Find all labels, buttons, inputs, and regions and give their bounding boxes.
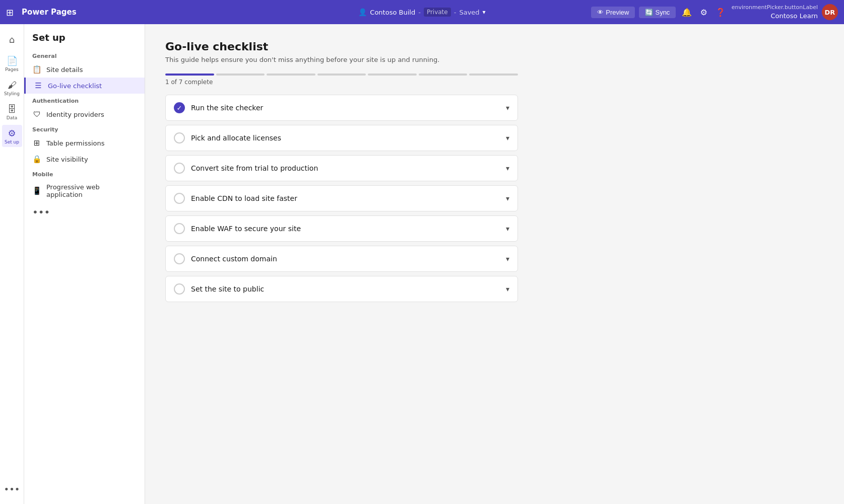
progress-label: 1 of 7 complete bbox=[165, 79, 824, 86]
styling-label: Styling bbox=[4, 91, 20, 96]
avatar[interactable]: DR bbox=[822, 4, 838, 20]
settings-icon[interactable]: ⚙ bbox=[698, 6, 709, 19]
sidebar-icon-pages[interactable]: 📄 Pages bbox=[2, 52, 22, 75]
section-label-mobile: Mobile bbox=[24, 167, 145, 180]
check-circle-set-public bbox=[174, 283, 185, 295]
table-permissions-icon: ⊞ bbox=[32, 138, 41, 148]
check-circle-run-site-checker: ✓ bbox=[174, 102, 185, 113]
checklist-label-enable-waf: Enable WAF to secure your site bbox=[191, 225, 301, 233]
sidebar-item-identity-providers[interactable]: 🛡 Identity providers bbox=[24, 106, 145, 122]
sidebar-icon-setup[interactable]: ⚙ Set up bbox=[2, 125, 22, 147]
sidebar-item-table-permissions-label: Table permissions bbox=[46, 139, 105, 147]
sidebar-item-site-details[interactable]: 📋 Site details bbox=[24, 61, 145, 78]
progress-seg-1 bbox=[165, 74, 214, 76]
section-label-general: General bbox=[24, 49, 145, 61]
env-name: Contoso Learn bbox=[770, 12, 818, 20]
sidebar-item-identity-label: Identity providers bbox=[46, 111, 104, 118]
icon-sidebar: ⌂ 📄 Pages 🖌 Styling 🗄 Data ⚙ Set up ••• bbox=[0, 24, 24, 504]
sidebar-icon-styling[interactable]: 🖌 Styling bbox=[2, 77, 22, 99]
chevron-pick-licenses: ▾ bbox=[506, 134, 509, 142]
checklist-label-custom-domain: Connect custom domain bbox=[191, 255, 277, 263]
progress-seg-3 bbox=[267, 74, 315, 76]
env-info[interactable]: environmentPicker.buttonLabel Contoso Le… bbox=[732, 4, 818, 20]
sidebar-more-button[interactable]: ••• bbox=[24, 202, 145, 222]
chevron-enable-waf: ▾ bbox=[506, 225, 509, 233]
pages-icon: 📄 bbox=[7, 55, 18, 66]
checklist-label-enable-cdn: Enable CDN to load site faster bbox=[191, 194, 297, 202]
checklist-label-set-public: Set the site to public bbox=[191, 285, 264, 293]
checklist-item-pick-licenses[interactable]: Pick and allocate licenses ▾ bbox=[165, 125, 518, 151]
data-label: Data bbox=[7, 115, 18, 120]
progress-seg-5 bbox=[368, 74, 417, 76]
styling-icon: 🖌 bbox=[8, 80, 17, 90]
pages-label: Pages bbox=[5, 67, 18, 72]
more-icon: ••• bbox=[4, 484, 20, 494]
check-circle-pick-licenses bbox=[174, 132, 185, 143]
pwa-icon: 📱 bbox=[32, 186, 41, 195]
checklist-item-set-public[interactable]: Set the site to public ▾ bbox=[165, 276, 518, 302]
sidebar-icon-home[interactable]: ⌂ bbox=[2, 28, 22, 50]
section-label-authentication: Authentication bbox=[24, 94, 145, 106]
preview-button[interactable]: 👁 Preview bbox=[591, 7, 635, 18]
sidebar-item-go-live-checklist[interactable]: ☰ Go-live checklist bbox=[24, 78, 145, 94]
app-name: Power Pages bbox=[22, 8, 77, 17]
site-visibility-icon: 🔒 bbox=[32, 155, 41, 164]
nav-sidebar: Set up General 📋 Site details ☰ Go-live … bbox=[24, 24, 145, 504]
page-title: Go-live checklist bbox=[165, 40, 824, 53]
site-saved-status: Saved bbox=[459, 9, 479, 16]
checklist-item-enable-waf[interactable]: Enable WAF to secure your site ▾ bbox=[165, 215, 518, 242]
help-icon[interactable]: ❓ bbox=[713, 6, 728, 19]
sidebar-icon-data[interactable]: 🗄 Data bbox=[2, 101, 22, 123]
setup-icon: ⚙ bbox=[8, 128, 16, 138]
identity-icon: 🛡 bbox=[32, 110, 41, 119]
sidebar-item-site-visibility[interactable]: 🔒 Site visibility bbox=[24, 151, 145, 167]
sync-button[interactable]: 🔄 Sync bbox=[639, 7, 676, 18]
checklist-item-custom-domain[interactable]: Connect custom domain ▾ bbox=[165, 246, 518, 272]
chevron-set-public: ▾ bbox=[506, 285, 509, 293]
site-name: Contoso Build bbox=[370, 9, 415, 16]
checklist-item-run-site-checker[interactable]: ✓ Run the site checker ▾ bbox=[165, 95, 518, 121]
check-circle-convert-trial bbox=[174, 163, 185, 174]
sidebar-icon-more[interactable]: ••• bbox=[2, 478, 22, 500]
env-label: environmentPicker.buttonLabel bbox=[732, 4, 818, 11]
progress-seg-7 bbox=[469, 74, 518, 76]
sidebar-item-table-permissions[interactable]: ⊞ Table permissions bbox=[24, 135, 145, 151]
progress-seg-6 bbox=[419, 74, 468, 76]
sidebar-item-site-visibility-label: Site visibility bbox=[46, 156, 88, 163]
check-circle-enable-cdn bbox=[174, 193, 185, 204]
waffle-icon[interactable]: ⊞ bbox=[6, 7, 14, 18]
main-content: Go-live checklist This guide helps ensur… bbox=[145, 24, 844, 504]
checklist-label-run-site-checker: Run the site checker bbox=[191, 104, 263, 112]
chevron-convert-trial: ▾ bbox=[506, 164, 509, 172]
checklist-label-pick-licenses: Pick and allocate licenses bbox=[191, 134, 281, 142]
sidebar-item-pwa[interactable]: 📱 Progressive web application bbox=[24, 180, 145, 202]
topbar: ⊞ Power Pages 👤 Contoso Build - Private … bbox=[0, 0, 844, 24]
preview-icon: 👁 bbox=[597, 9, 604, 16]
section-label-security: Security bbox=[24, 122, 145, 135]
sync-icon: 🔄 bbox=[645, 9, 653, 16]
progress-seg-2 bbox=[216, 74, 265, 76]
checklist: ✓ Run the site checker ▾ Pick and alloca… bbox=[165, 95, 518, 302]
main-layout: ⌂ 📄 Pages 🖌 Styling 🗄 Data ⚙ Set up ••• … bbox=[0, 24, 844, 504]
page-subtitle: This guide helps ensure you don't miss a… bbox=[165, 56, 824, 63]
checklist-item-enable-cdn[interactable]: Enable CDN to load site faster ▾ bbox=[165, 185, 518, 211]
check-circle-custom-domain bbox=[174, 253, 185, 264]
notification-icon[interactable]: 🔔 bbox=[680, 6, 694, 19]
data-icon: 🗄 bbox=[8, 104, 17, 114]
chevron-run-site-checker: ▾ bbox=[506, 104, 509, 112]
sidebar-item-pwa-label: Progressive web application bbox=[46, 183, 137, 198]
checklist-item-convert-trial[interactable]: Convert site from trial to production ▾ bbox=[165, 155, 518, 181]
check-circle-enable-waf bbox=[174, 223, 185, 234]
chevron-custom-domain: ▾ bbox=[506, 255, 509, 263]
progress-track bbox=[165, 74, 518, 76]
site-privacy: Private bbox=[424, 8, 451, 17]
sidebar-title: Set up bbox=[24, 32, 145, 49]
site-details-icon: 📋 bbox=[32, 65, 41, 74]
progress-seg-4 bbox=[317, 74, 366, 76]
sidebar-item-site-details-label: Site details bbox=[46, 66, 83, 74]
go-live-icon: ☰ bbox=[34, 81, 43, 90]
home-icon: ⌂ bbox=[9, 34, 15, 45]
site-menu-chevron[interactable]: ▾ bbox=[483, 9, 486, 16]
chevron-enable-cdn: ▾ bbox=[506, 194, 509, 202]
sidebar-item-go-live-label: Go-live checklist bbox=[48, 82, 102, 90]
